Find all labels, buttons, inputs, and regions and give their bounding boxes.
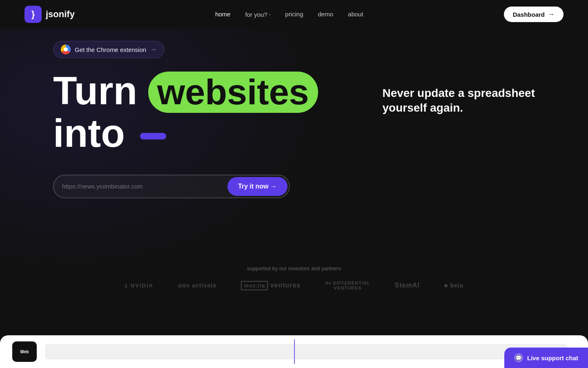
logo-text: jsonify (46, 9, 75, 20)
differential-logo: dv DIFFERENTIALVENTURES (325, 280, 370, 290)
chat-icon: 💬 (514, 353, 523, 362)
pill-arrow-icon: → (150, 46, 157, 53)
nav-home[interactable]: home (215, 11, 231, 18)
chevron-icon: › (269, 12, 271, 17)
chrome-icon (61, 45, 71, 54)
partners-logos: ​1​ NVIDIA aws activate moz://a ventures… (0, 280, 588, 290)
dashboard-button[interactable]: Dashboard → (504, 7, 564, 22)
preview-input-mock (45, 344, 568, 359)
nvidia-logo: ​1​ NVIDIA (125, 283, 154, 289)
nav-pricing[interactable]: pricing (285, 11, 303, 18)
preview-divider (294, 339, 295, 364)
preview-strip: Web (0, 335, 588, 368)
preview-web-box: Web (12, 341, 37, 362)
partners-section: supported by our investors and partners … (0, 265, 588, 290)
navbar: } jsonify home for you? › pricing demo a… (0, 0, 588, 29)
logo-icon: } (24, 6, 42, 23)
purple-bar-decoration (140, 133, 166, 139)
hero-tagline: Never update a spreadsheet yourself agai… (383, 86, 535, 116)
try-now-button[interactable]: Try it now → (227, 177, 287, 196)
nav-links: home for you? › pricing demo about (215, 11, 363, 18)
nav-about[interactable]: about (348, 11, 363, 18)
url-input[interactable] (62, 183, 227, 190)
live-support-button[interactable]: 💬 Live support chat (504, 348, 588, 368)
stemai-logo: StemAI (395, 282, 420, 289)
arrow-icon: → (548, 11, 555, 18)
partners-label: supported by our investors and partners (0, 265, 588, 272)
hero-section: Get the Chrome extension → Turn websites… (0, 29, 588, 198)
nav-for-you[interactable]: for you? › (245, 11, 270, 18)
chrome-extension-pill[interactable]: Get the Chrome extension → (53, 41, 165, 58)
nav-demo[interactable]: demo (318, 11, 334, 18)
aws-logo: aws activate (178, 282, 217, 289)
url-bar: Try it now → (53, 175, 290, 198)
highlight-word: websites (148, 72, 318, 113)
logo-link[interactable]: } jsonify (24, 6, 75, 23)
beta-logo: ■ beta (444, 282, 463, 289)
mozilla-logo: moz://a ventures (241, 281, 301, 290)
